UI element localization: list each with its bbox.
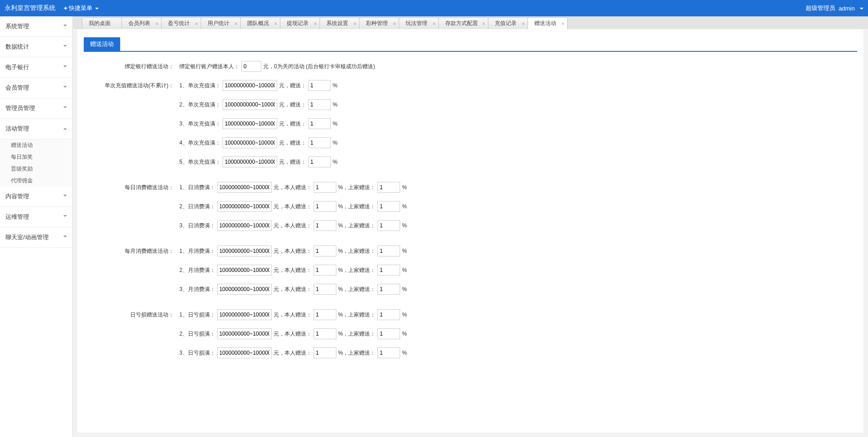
tab[interactable]: 赠送活动× — [528, 17, 568, 29]
percent-unit: % — [333, 136, 338, 149]
parent-percent-input[interactable] — [377, 220, 400, 231]
sidebar-item[interactable]: 活动管理 — [0, 119, 72, 139]
close-icon[interactable]: × — [433, 21, 436, 26]
parent-percent-input[interactable] — [377, 328, 400, 339]
quick-menu-button[interactable]: + 快捷菜单 — [64, 4, 99, 12]
chevron-up-icon — [63, 126, 67, 130]
self-percent-input[interactable] — [314, 220, 336, 231]
sidebar-item[interactable]: 管理员管理 — [0, 98, 72, 119]
range-input[interactable] — [223, 99, 277, 110]
form-row: 2、日消费满： 元，本人赠送：%，上家赠送：% — [84, 200, 857, 213]
self-percent-input[interactable] — [314, 284, 336, 295]
sidebar-item[interactable]: 会员管理 — [0, 78, 72, 98]
panel-divider — [84, 51, 857, 52]
sidebar-item[interactable]: 电子银行 — [0, 57, 72, 78]
tab[interactable]: 存款方式配置× — [438, 17, 488, 29]
self-percent-input[interactable] — [314, 309, 336, 320]
sidebar-item[interactable]: 聊天室/动画管理 — [0, 227, 72, 248]
self-percent-input[interactable] — [314, 347, 336, 358]
percent-input[interactable] — [308, 137, 331, 148]
row-index-label: 3、单次充值满： — [179, 117, 221, 130]
percent-input[interactable] — [308, 99, 331, 110]
tab[interactable]: 彩种管理× — [359, 17, 399, 29]
percent-input[interactable] — [308, 80, 331, 91]
sidebar-sub-item[interactable]: 赠送活动 — [0, 139, 72, 151]
parent-percent-input[interactable] — [377, 284, 400, 295]
tab-label: 存款方式配置 — [445, 20, 478, 27]
tab[interactable]: 我的桌面 — [82, 17, 122, 29]
close-icon[interactable]: × — [562, 21, 564, 26]
range-input[interactable] — [223, 156, 277, 167]
parent-percent-input[interactable] — [377, 201, 400, 212]
range-input[interactable] — [223, 118, 277, 129]
tab-label: 玩法管理 — [406, 20, 427, 27]
tab[interactable]: 用户统计× — [201, 17, 241, 29]
tab[interactable]: 充值记录× — [488, 17, 528, 29]
self-percent-input[interactable] — [314, 201, 336, 212]
mid-label: %，上家赠送： — [338, 264, 376, 276]
self-percent-input[interactable] — [314, 265, 336, 276]
user-menu[interactable]: 超级管理员 admin — [806, 4, 863, 12]
percent-input[interactable] — [308, 118, 331, 129]
row-body: 2、日消费满： 元，本人赠送：%，上家赠送：% — [179, 200, 407, 213]
range-input[interactable] — [223, 80, 277, 91]
chevron-down-icon — [63, 65, 67, 69]
form-row: 4、单次充值满： 元，赠送：% — [84, 136, 857, 149]
range-input[interactable] — [217, 246, 272, 256]
range-input[interactable] — [217, 265, 272, 276]
range-input[interactable] — [217, 309, 272, 320]
tab[interactable]: 会员列表× — [122, 17, 162, 29]
form-row: 日亏损赠送活动：1、日亏损满： 元，本人赠送：%，上家赠送：% — [84, 308, 857, 321]
group-label: 日亏损赠送活动： — [84, 308, 179, 321]
tab[interactable]: 盈亏统计× — [161, 17, 201, 29]
percent-unit: % — [333, 79, 338, 92]
range-input[interactable] — [217, 347, 272, 358]
tab[interactable]: 团队概况× — [240, 17, 280, 29]
close-icon[interactable]: × — [274, 21, 277, 26]
parent-percent-input[interactable] — [377, 246, 400, 256]
tab-label: 会员列表 — [128, 20, 150, 27]
sidebar-item[interactable]: 运维管理 — [0, 207, 72, 227]
sidebar-item[interactable]: 内容管理 — [0, 186, 72, 207]
sidebar-collapse-handle[interactable] — [72, 176, 73, 192]
parent-percent-input[interactable] — [377, 309, 400, 320]
range-input[interactable] — [217, 201, 272, 212]
close-icon[interactable]: × — [314, 21, 317, 26]
sidebar-sub-item[interactable]: 每日加奖 — [0, 151, 72, 163]
close-icon[interactable]: × — [522, 21, 525, 26]
sidebar-sub-item[interactable]: 晋级奖励 — [0, 163, 72, 175]
self-percent-input[interactable] — [314, 328, 336, 339]
sidebar-item[interactable]: 数据统计 — [0, 37, 72, 57]
panel-title: 赠送活动 — [84, 37, 120, 51]
close-icon[interactable]: × — [195, 21, 198, 26]
unit-label: 元，本人赠送： — [274, 308, 312, 321]
close-icon[interactable]: × — [235, 21, 238, 26]
parent-percent-input[interactable] — [377, 265, 400, 276]
self-percent-input[interactable] — [314, 182, 336, 193]
row-body: 2、单次充值满： 元，赠送：% — [179, 98, 337, 111]
form-row: 2、日亏损满： 元，本人赠送：%，上家赠送：% — [84, 327, 857, 340]
row-index-label: 2、日消费满： — [179, 200, 215, 213]
close-icon[interactable]: × — [354, 21, 356, 26]
range-input[interactable] — [217, 182, 272, 193]
close-icon[interactable]: × — [156, 21, 158, 26]
tab[interactable]: 系统设置× — [320, 17, 360, 29]
parent-percent-input[interactable] — [377, 182, 400, 193]
tab[interactable]: 玩法管理× — [399, 17, 439, 29]
percent-input[interactable] — [308, 156, 331, 167]
self-percent-input[interactable] — [314, 246, 336, 256]
sidebar-sub-item[interactable]: 代理佣金 — [0, 175, 72, 186]
close-icon[interactable]: × — [482, 21, 485, 26]
mid-label: %，上家赠送： — [338, 219, 376, 232]
range-input[interactable] — [217, 328, 272, 339]
range-input[interactable] — [217, 220, 272, 231]
tab[interactable]: 提现记录× — [280, 17, 320, 29]
close-icon[interactable]: × — [393, 21, 396, 26]
sidebar-item[interactable]: 系统管理 — [0, 16, 72, 37]
range-input[interactable] — [217, 284, 272, 295]
mid-label: %，上家赠送： — [338, 181, 376, 194]
bank-bind-value-input[interactable] — [241, 61, 261, 72]
parent-percent-input[interactable] — [377, 347, 400, 358]
tab-label: 用户统计 — [208, 20, 229, 27]
range-input[interactable] — [223, 137, 277, 148]
